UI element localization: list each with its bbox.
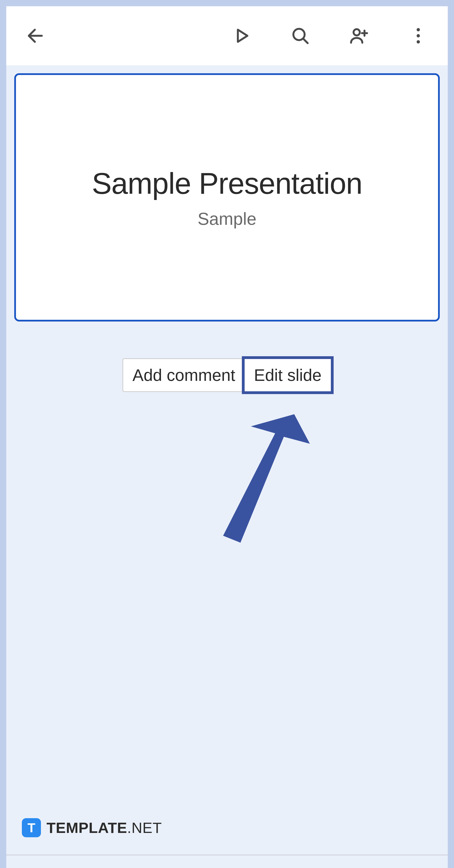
svg-point-4 — [417, 40, 420, 43]
back-nav-button[interactable] — [325, 867, 349, 868]
present-button[interactable] — [231, 25, 252, 46]
svg-point-1 — [354, 29, 360, 35]
recent-apps-button[interactable] — [105, 867, 129, 868]
arrow-left-icon — [25, 25, 46, 46]
search-icon — [290, 25, 311, 46]
back-nav-icon — [325, 867, 349, 868]
svg-marker-5 — [223, 414, 310, 543]
toolbar-left — [25, 25, 46, 46]
top-toolbar — [6, 6, 448, 65]
play-icon — [231, 25, 252, 46]
app-window: Sample Presentation Sample Add comment E… — [6, 6, 448, 868]
watermark-brand: TEMPLATE — [46, 819, 127, 836]
menu-lines-icon — [105, 867, 129, 868]
search-button[interactable] — [290, 25, 311, 46]
watermark: T TEMPLATE.NET — [22, 818, 162, 837]
more-button[interactable] — [408, 25, 429, 46]
slide-preview[interactable]: Sample Presentation Sample — [14, 73, 440, 321]
watermark-text: TEMPLATE.NET — [46, 819, 162, 836]
svg-point-2 — [417, 28, 420, 31]
pointer-arrow-icon — [220, 414, 310, 543]
home-button[interactable] — [215, 867, 239, 868]
slide-area: Sample Presentation Sample — [6, 65, 448, 321]
toolbar-right — [231, 25, 429, 46]
watermark-suffix: .NET — [127, 819, 162, 836]
annotation-arrow — [220, 414, 310, 543]
add-comment-button[interactable]: Add comment — [123, 359, 245, 391]
edit-slide-button[interactable]: Edit slide — [242, 356, 334, 394]
person-add-icon — [349, 25, 370, 46]
slide-subtitle: Sample — [198, 209, 256, 229]
device-frame: Sample Presentation Sample Add comment E… — [0, 0, 454, 868]
home-outline-icon — [215, 867, 239, 868]
back-button[interactable] — [25, 25, 46, 46]
watermark-badge: T — [22, 818, 41, 837]
system-navbar — [6, 855, 448, 868]
more-vert-icon — [408, 25, 429, 46]
slide-title: Sample Presentation — [92, 166, 362, 200]
context-menu: Add comment Edit slide — [123, 358, 332, 392]
svg-point-3 — [417, 34, 420, 37]
share-button[interactable] — [349, 25, 370, 46]
